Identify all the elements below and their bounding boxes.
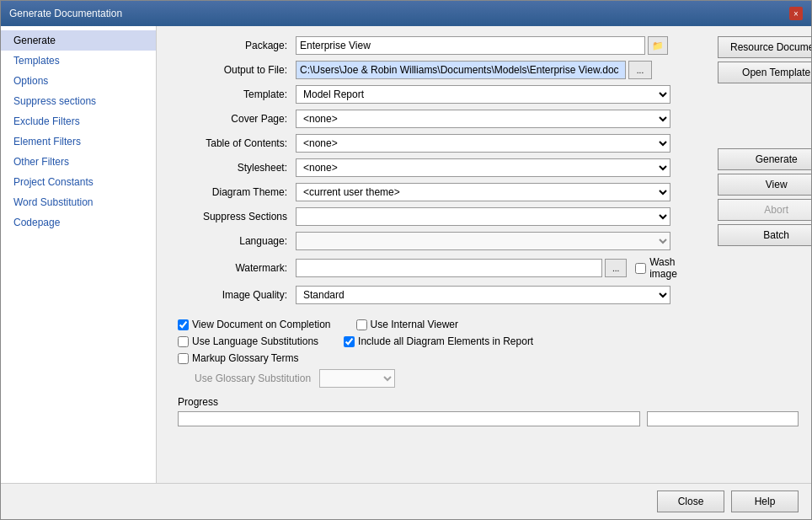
- close-icon[interactable]: ×: [789, 7, 803, 20]
- template-dropdown[interactable]: Model Report: [296, 85, 670, 104]
- dialog-footer: Close Help: [1, 483, 811, 519]
- main-content: Package: 📁 Output to File: .: [157, 26, 811, 483]
- sidebar-item-generate[interactable]: Generate: [1, 30, 156, 51]
- close-button[interactable]: Close: [657, 491, 724, 512]
- generate-button[interactable]: Generate: [718, 148, 811, 170]
- stylesheet-control: <none>: [296, 158, 701, 177]
- glossary-row: Use Glossary Substitution: [178, 369, 799, 388]
- sidebar-item-options[interactable]: Options: [1, 71, 156, 91]
- use-language-substitutions-checkbox-item: Use Language Substitutions: [178, 335, 318, 347]
- wash-image-container: Wash image: [635, 256, 701, 280]
- view-document-checkbox[interactable]: [178, 319, 189, 330]
- wash-image-checkbox[interactable]: [635, 263, 646, 274]
- progress-section: Progress: [169, 396, 799, 426]
- wash-image-label: Wash image: [649, 256, 701, 280]
- package-label: Package:: [169, 40, 296, 51]
- include-all-diagram-checkbox-item: Include all Diagram Elements in Report: [344, 335, 533, 347]
- sidebar-item-suppress-sections[interactable]: Suppress sections: [1, 91, 156, 111]
- help-button[interactable]: Help: [731, 491, 799, 512]
- output-file-input[interactable]: [296, 61, 626, 79]
- package-folder-button[interactable]: 📁: [648, 36, 668, 55]
- cover-page-row: Cover Page: <none>: [169, 110, 701, 128]
- sidebar-item-element-filters[interactable]: Element Filters: [1, 131, 156, 152]
- abort-button[interactable]: Abort: [718, 199, 811, 221]
- output-label: Output to File:: [169, 64, 296, 76]
- view-button[interactable]: View: [718, 174, 811, 196]
- sidebar-item-codepage[interactable]: Codepage: [1, 212, 156, 233]
- use-internal-viewer-label: Use Internal Viewer: [371, 319, 459, 330]
- sidebar-item-project-constants[interactable]: Project Constants: [1, 172, 156, 192]
- diagram-theme-dropdown[interactable]: <current user theme>: [296, 183, 670, 201]
- progress-bar-main: [178, 411, 640, 426]
- top-right-buttons: Resource Document Open Template: [718, 36, 811, 83]
- use-language-substitutions-checkbox[interactable]: [178, 336, 189, 347]
- cover-page-dropdown[interactable]: <none>: [296, 110, 670, 128]
- language-dropdown[interactable]: [296, 232, 670, 250]
- cover-page-control: <none>: [296, 110, 701, 128]
- watermark-input[interactable]: [296, 259, 602, 277]
- generate-documentation-dialog: Generate Documentation × Generate Templa…: [0, 0, 812, 520]
- markup-glossary-checkbox[interactable]: [178, 353, 189, 364]
- image-quality-label: Image Quality:: [169, 289, 296, 301]
- language-control: [296, 232, 701, 250]
- use-internal-viewer-checkbox[interactable]: [356, 319, 367, 330]
- include-all-diagram-label: Include all Diagram Elements in Report: [358, 335, 533, 347]
- stylesheet-label: Stylesheet:: [169, 162, 296, 174]
- dialog-title: Generate Documentation: [9, 8, 122, 19]
- content-with-buttons: Package: 📁 Output to File: .: [169, 36, 799, 310]
- stylesheet-row: Stylesheet: <none>: [169, 158, 701, 177]
- watermark-row: Watermark: ... Wash image: [169, 256, 701, 280]
- checkboxes-section: View Document on Completion Use Internal…: [169, 319, 799, 388]
- sidebar: Generate Templates Options Suppress sect…: [1, 26, 157, 483]
- view-document-checkbox-item: View Document on Completion: [178, 319, 331, 330]
- markup-glossary-checkbox-item: Markup Glossary Terms: [178, 352, 298, 364]
- package-row: Package: 📁: [169, 36, 701, 55]
- suppress-label: Suppress Sections: [169, 211, 296, 222]
- use-internal-viewer-checkbox-item: Use Internal Viewer: [356, 319, 459, 330]
- toc-row: Table of Contents: <none>: [169, 134, 701, 153]
- glossary-substitution-dropdown: [319, 369, 395, 388]
- toc-label: Table of Contents:: [169, 137, 296, 149]
- suppress-row: Suppress Sections: [169, 207, 701, 226]
- resource-document-button[interactable]: Resource Document: [718, 36, 811, 58]
- watermark-label: Watermark:: [169, 262, 296, 274]
- right-panel: Resource Document Open Template Generate…: [709, 36, 811, 310]
- batch-button[interactable]: Batch: [718, 224, 811, 246]
- use-language-substitutions-label: Use Language Substitutions: [192, 335, 318, 347]
- checkbox-row-2: Use Language Substitutions Include all D…: [178, 335, 799, 347]
- progress-label: Progress: [178, 396, 799, 408]
- template-row: Template: Model Report: [169, 85, 701, 104]
- open-template-button[interactable]: Open Template: [718, 62, 811, 83]
- diagram-theme-row: Diagram Theme: <current user theme>: [169, 183, 701, 201]
- output-control: ...: [296, 61, 701, 79]
- watermark-browse-button[interactable]: ...: [605, 259, 627, 277]
- template-control: Model Report: [296, 85, 701, 104]
- sidebar-item-exclude-filters[interactable]: Exclude Filters: [1, 111, 156, 131]
- output-browse-button[interactable]: ...: [628, 61, 652, 79]
- form-section: Package: 📁 Output to File: .: [169, 36, 701, 310]
- suppress-control: [296, 207, 701, 226]
- progress-bar-secondary: [647, 411, 799, 426]
- language-row: Language:: [169, 232, 701, 250]
- suppress-dropdown[interactable]: [296, 207, 670, 226]
- include-all-diagram-checkbox[interactable]: [344, 336, 355, 347]
- toc-control: <none>: [296, 134, 701, 153]
- package-control: 📁: [296, 36, 701, 55]
- stylesheet-dropdown[interactable]: <none>: [296, 158, 670, 177]
- sidebar-item-word-substitution[interactable]: Word Substitution: [1, 192, 156, 212]
- checkbox-row-3: Markup Glossary Terms: [178, 352, 799, 364]
- sidebar-item-other-filters[interactable]: Other Filters: [1, 152, 156, 172]
- image-quality-row: Image Quality: Standard: [169, 286, 701, 304]
- image-quality-dropdown[interactable]: Standard: [296, 286, 670, 304]
- action-buttons: Generate View Abort Batch: [718, 148, 811, 246]
- progress-bars: [178, 411, 799, 426]
- sidebar-item-templates[interactable]: Templates: [1, 51, 156, 71]
- diagram-theme-control: <current user theme>: [296, 183, 701, 201]
- package-input[interactable]: [296, 36, 645, 55]
- output-row: Output to File: ...: [169, 61, 701, 79]
- cover-page-label: Cover Page:: [169, 113, 296, 125]
- template-label: Template:: [169, 88, 296, 100]
- view-document-label: View Document on Completion: [192, 319, 331, 330]
- image-quality-control: Standard: [296, 286, 701, 304]
- toc-dropdown[interactable]: <none>: [296, 134, 670, 153]
